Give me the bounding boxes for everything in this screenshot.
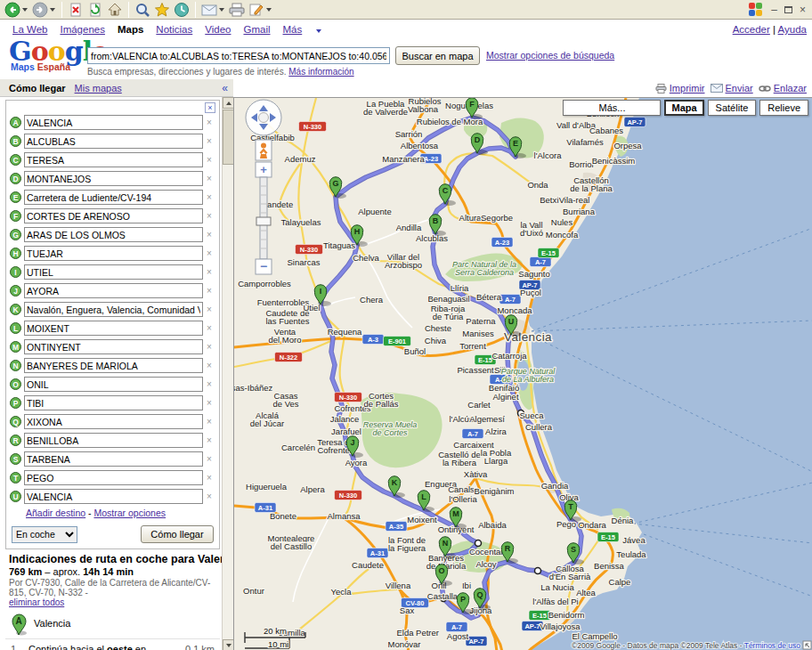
forward-menu-caret[interactable] [50,8,55,12]
nav-item[interactable]: Imágenes [60,24,105,35]
back-icon[interactable] [3,1,22,18]
terrain-type-button[interactable]: Relieve [759,100,808,116]
nav-item[interactable]: Gmail [243,24,270,35]
start-location-row[interactable]: A Valencia [5,607,220,636]
more-info-link[interactable]: Más información [288,67,353,77]
remove-waypoint-icon[interactable]: × [203,473,215,483]
map-type-button[interactable]: Mapa [664,100,703,116]
remove-waypoint-icon[interactable]: × [203,286,215,296]
remove-waypoint-icon[interactable]: × [203,435,215,445]
remove-waypoint-icon[interactable]: × [203,361,215,370]
nav-item[interactable]: Video [205,24,231,35]
waypoint-input-M[interactable] [24,339,203,354]
remove-waypoint-icon[interactable]: × [203,174,215,183]
waypoint-input-L[interactable] [24,321,203,336]
search-options-link[interactable]: Mostrar opciones de búsqueda [486,50,614,61]
remove-waypoint-icon[interactable]: × [203,230,215,240]
waypoint-input-F[interactable] [24,208,203,223]
more-button[interactable]: Más... [563,100,661,116]
clear-all-link[interactable]: eliminar todos [9,597,64,607]
add-destination-link[interactable]: Añadir destino [26,508,85,518]
stop-icon[interactable] [66,1,85,18]
remove-waypoint-icon[interactable]: × [203,136,215,146]
waypoint-input-U[interactable] [24,489,203,504]
close-panel-icon[interactable]: × [205,102,215,113]
sidebar-scrollbar[interactable] [222,97,233,650]
tab-my-maps[interactable]: Mis mapas [75,83,122,93]
edit-icon[interactable] [247,1,266,18]
remove-waypoint-icon[interactable]: × [203,323,215,333]
minimize-button[interactable]: – [771,5,777,14]
waypoint-input-G[interactable] [24,227,203,242]
map-pan-control[interactable] [246,100,281,135]
remove-waypoint-icon[interactable]: × [203,211,215,221]
remove-waypoint-icon[interactable]: × [203,155,215,165]
collapse-sidebar-icon[interactable]: « [222,82,228,94]
waypoint-input-R[interactable] [24,433,203,448]
satellite-type-button[interactable]: Satélite [708,100,757,116]
nav-item[interactable]: La Web [12,24,47,35]
send-link[interactable]: Enviar [710,83,753,93]
map-canvas[interactable]: N-330N-330N-330N-330N-322A-23A-23A-3A-7A… [233,97,812,650]
fullscreen-corner-icon[interactable] [803,641,811,649]
back-menu-caret[interactable] [22,8,28,12]
nav-item[interactable]: Maps [118,24,143,35]
remove-waypoint-icon[interactable]: × [203,192,215,202]
waypoint-input-O[interactable] [24,377,203,392]
nav-item[interactable]: Noticias [156,24,192,35]
search-icon[interactable] [133,1,152,18]
via-point[interactable] [535,568,541,574]
waypoint-input-I[interactable] [24,264,203,280]
remove-waypoint-icon[interactable]: × [203,342,215,352]
nav-item[interactable]: Ayuda [778,24,807,35]
remove-waypoint-icon[interactable]: × [203,118,215,127]
remove-waypoint-icon[interactable]: × [203,492,215,501]
waypoint-input-E[interactable] [24,190,203,205]
mail-menu-caret[interactable] [219,8,224,12]
waypoint-input-Q[interactable] [24,414,203,429]
remove-waypoint-icon[interactable]: × [203,305,215,314]
remove-waypoint-icon[interactable]: × [203,267,215,277]
search-map-button[interactable]: Buscar en mapa [395,46,480,65]
get-directions-button[interactable]: Cómo llegar [141,525,214,543]
edit-menu-caret[interactable] [266,8,272,12]
waypoint-input-N[interactable] [24,358,203,373]
direction-step[interactable]: 1. Continúa hacia el oeste en Calle de l… [5,638,220,650]
waypoint-input-B[interactable] [24,134,203,149]
print-icon[interactable] [227,1,247,18]
remove-waypoint-icon[interactable]: × [203,417,215,427]
home-icon[interactable] [105,1,125,18]
waypoint-input-S[interactable] [24,451,203,467]
nav-item[interactable]: Acceder [733,24,770,35]
show-options-link[interactable]: Mostrar opciones [93,508,166,518]
via-point[interactable] [475,540,482,547]
tab-directions[interactable]: Cómo llegar [9,83,66,93]
remove-waypoint-icon[interactable]: × [203,379,215,389]
favorites-icon[interactable] [152,1,172,18]
print-link[interactable]: Imprimir [655,83,705,93]
street-view-pegman[interactable] [256,140,272,160]
zoom-control[interactable]: + − [256,162,272,274]
map-marker-D[interactable]: D [471,134,488,155]
remove-waypoint-icon[interactable]: × [203,398,215,408]
close-button[interactable]: × [800,5,806,14]
link-link[interactable]: Enlazar [759,83,807,93]
remove-waypoint-icon[interactable]: × [203,248,215,258]
travel-mode-select[interactable]: En coche [12,526,77,543]
search-input[interactable] [87,47,390,64]
waypoint-input-C[interactable] [24,152,203,167]
waypoint-input-H[interactable] [24,246,203,261]
waypoint-input-A[interactable] [24,115,203,130]
remove-waypoint-icon[interactable]: × [203,454,215,464]
history-icon[interactable] [172,1,191,18]
forward-icon[interactable] [30,1,50,18]
nav-item[interactable]: Más [283,24,303,35]
refresh-icon[interactable] [85,1,105,18]
mail-icon[interactable] [199,1,219,18]
waypoint-input-D[interactable] [24,171,203,186]
restore-button[interactable] [784,6,792,13]
waypoint-input-K[interactable] [24,302,203,317]
waypoint-input-J[interactable] [24,283,203,298]
waypoint-input-T[interactable] [24,470,203,485]
waypoint-input-P[interactable] [24,395,203,410]
